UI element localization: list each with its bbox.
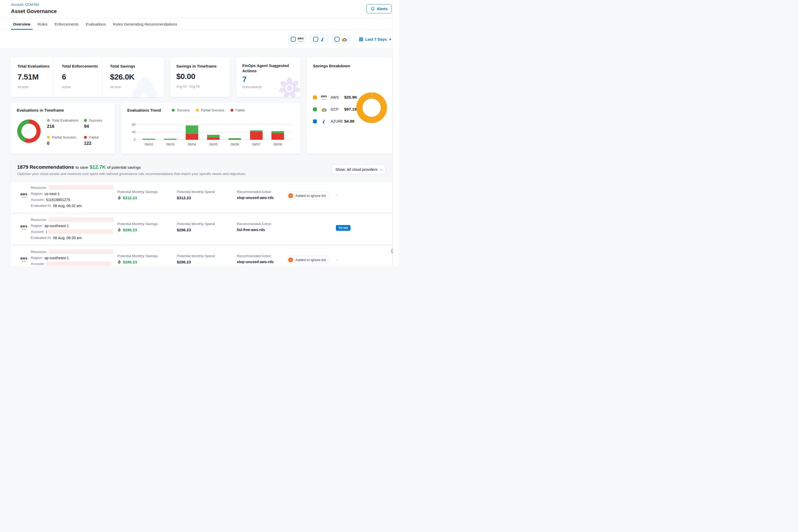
- x-tick-label: 08/06: [224, 142, 245, 146]
- account-breadcrumb[interactable]: Account: CCM-NG: [11, 3, 399, 6]
- trend-bar: [203, 123, 224, 140]
- tab-evaluations[interactable]: Evaluations: [86, 18, 106, 30]
- trend-bar-chart: 80 40 0: [138, 123, 288, 140]
- minus-circle-icon: −: [288, 258, 293, 262]
- account-value: 511616801275: [46, 198, 70, 202]
- trend-bar: [181, 123, 203, 140]
- recommendations-subtitle: Optimize your cloud assets and minimize …: [17, 172, 385, 176]
- aws-color-swatch: [313, 95, 317, 99]
- provider-filter-gcp[interactable]: [332, 34, 350, 44]
- recommendations-count: 1879 Recommendations: [17, 164, 74, 170]
- savings-breakdown-donut-chart: [356, 92, 387, 123]
- recommendations-section: 1879 Recommendations to save $12.7K of p…: [11, 159, 392, 266]
- trend-bar: [224, 123, 245, 140]
- calendar-icon: [359, 37, 363, 41]
- monthly-savings-value: $ $286.23: [117, 260, 137, 264]
- tab-rules-generating-recommendations[interactable]: Rules Generating Recommendations: [113, 18, 177, 30]
- recommendation-row[interactable]: aws Resource: Region:us-east-1 Account:5…: [11, 182, 392, 212]
- x-tick-label: 08/04: [181, 142, 203, 146]
- azure-color-swatch: [313, 119, 317, 124]
- svg-text:$: $: [119, 261, 120, 263]
- todo-badge[interactable]: TO DO: [336, 225, 350, 231]
- chevron-down-icon: [380, 167, 383, 170]
- tab-enforcements[interactable]: Enforcements: [55, 18, 79, 30]
- redacted-account: [46, 262, 111, 266]
- total-dot-icon: [47, 119, 50, 122]
- recommendations-header: 1879 Recommendations to save $12.7K of p…: [11, 159, 392, 180]
- evaluations-timeframe-card: Evaluations in Timeframe Total Evaluatio…: [11, 103, 115, 154]
- money-bag-icon: $: [117, 228, 121, 232]
- alerts-button[interactable]: Alerts: [366, 4, 392, 13]
- legend-success: Success 94: [84, 118, 102, 129]
- recommendation-row[interactable]: aws Resource: Region:ap-southeast-1 Acco…: [11, 214, 392, 244]
- page-header: Account: CCM-NG Asset Governance Alerts: [0, 0, 399, 18]
- redacted-resource: [49, 185, 114, 190]
- flower-watermark-icon: [277, 76, 300, 97]
- provider-filter-aws[interactable]: aws: [288, 34, 306, 44]
- trend-bar: [267, 123, 288, 140]
- azure-checkbox[interactable]: [313, 37, 318, 42]
- evaluated-value: 08 Aug, 06:32 am: [53, 204, 82, 208]
- tab-overview[interactable]: Overview: [13, 18, 31, 30]
- minus-circle-icon: −: [288, 193, 293, 198]
- monthly-savings-value: $ $312.23: [117, 195, 137, 200]
- aws-logo-icon: aws: [298, 37, 304, 42]
- recommended-action-value: stop-unused-aws-rds: [237, 260, 274, 264]
- provider-filter-azure[interactable]: [310, 34, 328, 44]
- success-dot-icon: [84, 119, 87, 122]
- evaluated-value: 08 Aug, 06:33 am: [53, 236, 82, 240]
- legend-partial-success: Partial Success 0: [47, 135, 84, 146]
- legend-item-aws: aws AWS $25.9K: [313, 93, 357, 101]
- gcp-checkbox[interactable]: [335, 37, 340, 42]
- date-range-selector[interactable]: Last 7 Days ▾: [359, 37, 391, 42]
- aws-logo-icon: aws: [20, 192, 27, 198]
- redacted-resource: [49, 250, 114, 254]
- monthly-spend-value: $312.23: [177, 195, 191, 200]
- legend-item-gcp: GCP $97.19: [313, 106, 357, 113]
- azure-logo-icon: [322, 119, 326, 124]
- monthly-spend-value: $286.23: [177, 228, 191, 232]
- redacted-resource: [49, 217, 114, 222]
- trend-x-axis-labels: 08/0208/0308/0408/0508/0608/0708/08: [138, 142, 288, 146]
- legend-item-azure: AZURE $4.88: [313, 117, 357, 125]
- monthly-savings-value: $ $286.23: [117, 228, 137, 232]
- failed-dot-icon: [230, 109, 233, 112]
- money-bag-icon: $: [117, 260, 121, 264]
- x-tick-label: 08/05: [203, 142, 224, 146]
- recommended-action-value: stop-unused-aws-rds: [237, 195, 274, 200]
- evaluations-donut-chart: [17, 119, 41, 143]
- region-value: ap-southeast-1: [44, 256, 69, 260]
- x-tick-label: 08/08: [267, 142, 288, 146]
- finops-agent-card: FinOps Agent Suggested Actions 7 Enforce…: [236, 57, 300, 97]
- potential-savings-amount: $12.7K: [90, 164, 106, 170]
- summary-stats-card: Total Evaluations 7.51M All-time Total E…: [11, 57, 164, 97]
- chevron-down-icon: ▾: [389, 37, 391, 42]
- total-enforcements-stat: Total Enforcements 6 Active: [54, 57, 102, 97]
- azure-logo-icon: [320, 37, 325, 42]
- failed-dot-icon: [84, 136, 87, 139]
- recommended-action-value: list-free-aws-rds: [237, 228, 265, 232]
- tab-rules[interactable]: Rules: [38, 18, 48, 30]
- x-tick-label: 08/07: [245, 142, 267, 146]
- money-bag-icon: $: [117, 196, 121, 200]
- secondary-status-dash: -: [336, 193, 337, 197]
- savings-timeframe-card: Savings in Timeframe $0.00 Aug 02 - Aug …: [170, 57, 230, 97]
- total-savings-stat: Total Savings $26.0K All-time: [102, 57, 164, 97]
- cloud-provider-filter-dropdown[interactable]: Show: All cloud providers: [331, 165, 386, 174]
- account-value: I: [46, 230, 47, 234]
- scrollbar-track[interactable]: [393, 0, 399, 266]
- monthly-spend-value: $286.23: [177, 260, 191, 264]
- evaluations-legend: Total Evaluations 216 Success 94 Partial…: [47, 118, 102, 146]
- trend-bar: [159, 123, 181, 140]
- region-value: us-east-1: [44, 192, 60, 196]
- aws-logo-icon: aws: [20, 225, 27, 230]
- gem-watermark-icon: [130, 76, 159, 97]
- trend-bar: [245, 123, 267, 140]
- legend-total-evaluations: Total Evaluations 216: [47, 118, 84, 129]
- ignore-list-badge[interactable]: − Added to Ignore list: [286, 192, 330, 200]
- trend-bar: [138, 123, 159, 140]
- ignore-list-badge[interactable]: − Added to Ignore list: [286, 256, 330, 264]
- aws-checkbox[interactable]: [291, 37, 296, 42]
- recommendation-row[interactable]: aws Resource: Region:ap-southeast-1 Acco…: [11, 246, 392, 266]
- legend-failed: Failed 122: [84, 135, 102, 146]
